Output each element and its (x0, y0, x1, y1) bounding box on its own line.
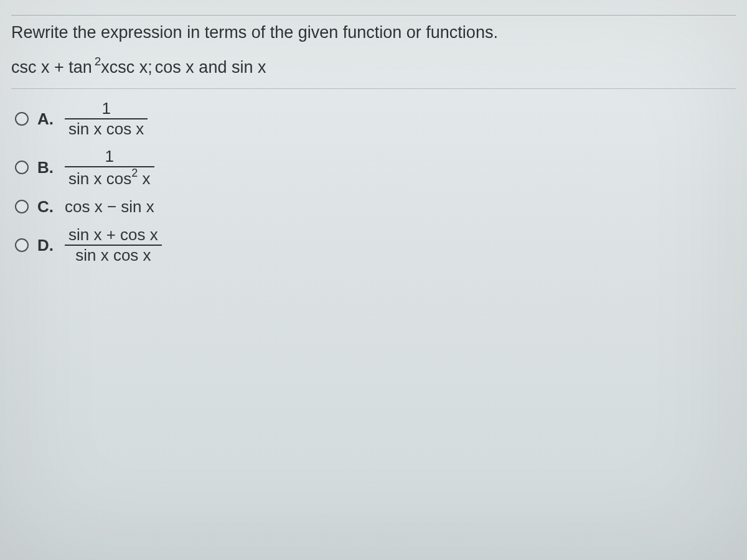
option-d[interactable]: D. sin x + cos x sin x cos x (15, 226, 736, 264)
option-b-den-sup: 2 (131, 167, 138, 179)
radio-a[interactable] (15, 112, 29, 126)
option-d-content: sin x + cos x sin x cos x (65, 226, 162, 264)
option-d-num: sin x + cos x (65, 226, 162, 243)
option-a-den: sin x cos x (65, 121, 148, 138)
option-a-content: 1 sin x cos x (65, 100, 148, 138)
radio-b[interactable] (15, 161, 29, 174)
expression: csc x + tan 2xcsc x; cos x and sin x (11, 56, 736, 77)
question-page: Rewrite the expression in terms of the g… (0, 0, 747, 560)
option-d-fraction: sin x + cos x sin x cos x (65, 226, 162, 264)
expr-given: cos x and sin x (155, 58, 266, 77)
expr-superscript: 2 (95, 55, 101, 68)
option-b-den-right: x (138, 169, 150, 188)
radio-d[interactable] (15, 238, 29, 252)
option-b-letter: B. (37, 158, 56, 177)
option-a-num: 1 (98, 100, 114, 117)
option-c-letter: C. (37, 197, 56, 217)
option-d-den: sin x cos x (72, 247, 154, 264)
answer-options: A. 1 sin x cos x B. 1 sin x cos2 x (11, 100, 736, 264)
option-b-num: 1 (101, 148, 118, 165)
option-a[interactable]: A. 1 sin x cos x (15, 100, 736, 138)
expr-part2: xcsc x; (101, 58, 153, 77)
fraction-bar (65, 166, 154, 167)
option-c-content: cos x − sin x (65, 197, 154, 217)
option-b-den: sin x cos2 x (65, 169, 154, 187)
section-divider (11, 88, 736, 89)
option-b-fraction: 1 sin x cos2 x (65, 148, 154, 187)
option-b-content: 1 sin x cos2 x (65, 148, 154, 187)
option-d-letter: D. (37, 236, 56, 255)
option-b[interactable]: B. 1 sin x cos2 x (15, 148, 736, 187)
radio-c[interactable] (15, 200, 29, 213)
question-prompt: Rewrite the expression in terms of the g… (11, 23, 736, 42)
option-b-den-left: sin x cos (68, 169, 131, 188)
top-rule (11, 15, 736, 16)
expr-part1: csc x + tan (11, 58, 92, 77)
option-a-fraction: 1 sin x cos x (65, 100, 148, 138)
option-a-letter: A. (37, 110, 56, 129)
option-c[interactable]: C. cos x − sin x (15, 197, 736, 217)
